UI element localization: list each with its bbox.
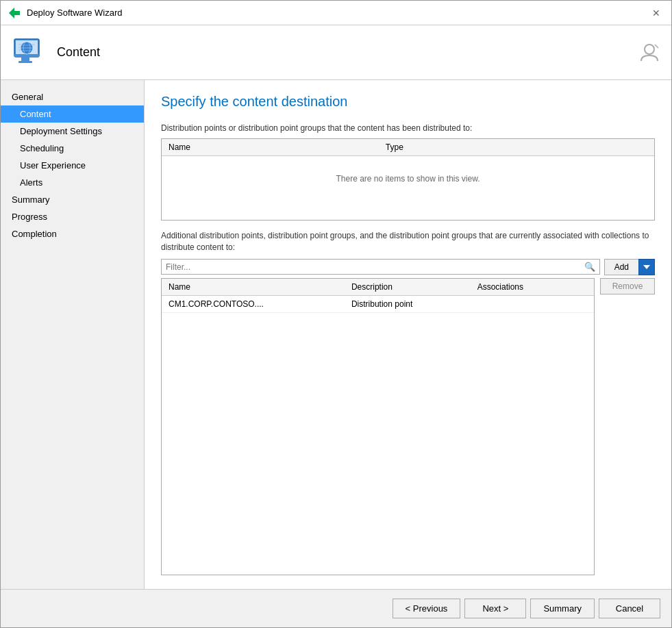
lower-table: Name Description Associations CM1.CORP.C… [162,279,594,313]
remove-btn-container: Remove [600,278,655,575]
lower-table-container: Name Description Associations CM1.CORP.C… [161,278,595,575]
row-name: CM1.CORP.CONTOSO.... [162,295,345,312]
sidebar-item-alerts[interactable]: Alerts [1,174,144,191]
svg-line-15 [655,45,658,48]
close-button[interactable]: ✕ [648,5,664,21]
deploy-software-wizard-window: Deploy Software Wizard ✕ [0,0,672,628]
add-dropdown-button[interactable] [638,259,655,275]
header-bar: Content [1,25,671,80]
sidebar-item-content[interactable]: Content [1,105,144,123]
search-icon: 🔍 [584,262,595,272]
lower-col-name: Name [162,279,345,296]
previous-button[interactable]: < Previous [393,599,461,618]
filter-row: 🔍 Add [161,259,655,275]
table-row[interactable]: CM1.CORP.CONTOSO.... Distribution point [162,295,594,312]
header-section-title: Content [57,45,100,60]
dist-section-label: Distribution points or distribution poin… [161,123,655,133]
sidebar-item-summary[interactable]: Summary [1,191,144,208]
page-title: Specify the content destination [161,94,655,110]
row-description: Distribution point [345,295,471,312]
sidebar-item-user-experience[interactable]: User Experience [1,157,144,174]
sidebar-item-scheduling[interactable]: Scheduling [1,140,144,157]
add-btn-container: Add [604,259,655,275]
lower-col-extra [571,279,594,296]
filter-input-container: 🔍 [161,259,600,275]
main-body: General Content Deployment Settings Sche… [1,80,671,589]
additional-section-label: Additional distribution points, distribu… [161,230,655,253]
svg-rect-4 [18,61,32,63]
svg-rect-5 [14,54,39,57]
sidebar-item-deployment-settings[interactable]: Deployment Settings [1,123,144,140]
dist-col-extra [571,139,654,156]
row-associations [471,295,571,312]
dist-col-name: Name [162,139,379,156]
remove-button[interactable]: Remove [600,278,655,294]
header-left: Content [12,35,100,71]
content-area: Specify the content destination Distribu… [145,80,671,589]
footer: < Previous Next > Summary Cancel [1,589,671,627]
lower-col-associations: Associations [471,279,571,296]
computer-icon [12,35,47,71]
title-bar-left: Deploy Software Wizard [8,6,122,20]
sidebar-item-general[interactable]: General [1,88,144,105]
wizard-arrow-icon [8,6,21,20]
svg-rect-3 [21,57,29,61]
filter-input[interactable] [166,262,584,272]
lower-col-description: Description [345,279,471,296]
window-title: Deploy Software Wizard [27,8,122,18]
cancel-button[interactable]: Cancel [599,599,660,618]
sidebar-item-completion[interactable]: Completion [1,225,144,242]
summary-button[interactable]: Summary [530,599,595,618]
distribution-table-container: Name Type There are no items to show in … [161,138,655,221]
distribution-table: Name Type There are no items to show in … [162,139,654,201]
sidebar: General Content Deployment Settings Sche… [1,80,145,589]
svg-marker-0 [9,8,20,18]
dist-col-type: Type [379,139,571,156]
next-button[interactable]: Next > [464,599,526,618]
svg-point-14 [645,45,654,54]
sidebar-item-progress[interactable]: Progress [1,208,144,225]
empty-message: There are no items to show in this view. [169,160,647,197]
row-extra [571,295,594,312]
lower-section: Name Description Associations CM1.CORP.C… [161,278,655,575]
add-button[interactable]: Add [604,259,638,275]
title-bar: Deploy Software Wizard ✕ [1,1,671,25]
dropdown-arrow-icon [643,265,650,269]
user-icon [638,42,660,64]
